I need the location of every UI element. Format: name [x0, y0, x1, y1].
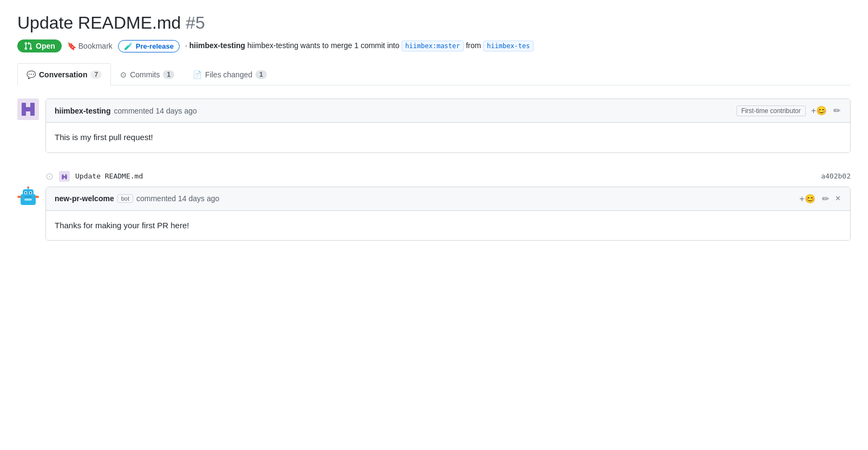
commit-hash: a402b02 — [821, 172, 851, 180]
tab-files-changed[interactable]: 📄 Files changed 1 — [183, 63, 276, 85]
comment-2-box: new-pr-welcome bot commented 14 days ago… — [45, 187, 851, 241]
commits-icon: ⊙ — [120, 70, 127, 79]
hiimbex-avatar — [17, 98, 39, 120]
comment-1-text: This is my first pull request! — [55, 131, 841, 144]
commit-dot-icon: ⊙ — [45, 170, 54, 182]
add-reaction-button-2[interactable]: +😊 — [798, 193, 816, 205]
comment-1-header-right: First-time contributor +😊 ✏ — [737, 104, 841, 117]
comment-1-block: hiimbex-testing commented 14 days ago Fi… — [17, 98, 851, 153]
robot-avatar-svg — [17, 187, 39, 208]
bookmark-icon: 🔖 — [67, 42, 76, 50]
comment-1-box: hiimbex-testing commented 14 days ago Fi… — [45, 98, 851, 153]
tab-commits[interactable]: ⊙ Commits 1 — [111, 63, 183, 85]
svg-rect-16 — [35, 196, 39, 198]
pr-desc: hiimbex-testing wants to merge 1 commit … — [247, 41, 399, 50]
from-text: from — [466, 41, 481, 50]
comment-1-body: This is my first pull request! — [46, 123, 850, 153]
bookmark-label: Bookmark — [78, 42, 113, 50]
open-badge: Open — [17, 39, 62, 52]
pr-title: Update README.md #5 — [17, 13, 851, 33]
comment-2-header-right: +😊 ✏ × — [798, 193, 841, 205]
svg-rect-11 — [30, 192, 31, 194]
svg-rect-5 — [62, 176, 67, 177]
comment-1-meta: commented 14 days ago — [114, 107, 196, 115]
comment-2-meta: commented 14 days ago — [136, 194, 219, 203]
bot-avatar — [17, 187, 39, 208]
comment-2-text: Thanks for making your first PR here! — [55, 220, 841, 232]
svg-rect-2 — [22, 107, 35, 111]
pr-number: #5 — [186, 13, 205, 32]
tab-commits-label: Commits — [130, 70, 160, 79]
files-changed-icon: 📄 — [193, 70, 202, 79]
svg-point-14 — [27, 187, 29, 188]
tabs-bar: 💬 Conversation 7 ⊙ Commits 1 📄 Files cha… — [17, 63, 851, 85]
commit-avatar-small — [59, 171, 70, 182]
edit-button-2[interactable]: ✏ — [821, 193, 830, 205]
tab-commits-count: 1 — [163, 70, 174, 79]
pr-author: hiimbex-testing — [189, 41, 245, 50]
edit-button-1[interactable]: ✏ — [832, 104, 841, 117]
comment-1-header-left: hiimbex-testing commented 14 days ago — [55, 107, 197, 115]
commit-message: Update README.md — [75, 172, 143, 180]
comment-2-author[interactable]: new-pr-welcome — [55, 194, 114, 203]
svg-rect-12 — [24, 198, 32, 201]
flask-icon: 🧪 — [124, 42, 133, 50]
tab-files-count: 1 — [255, 70, 267, 79]
comment-2-block: new-pr-welcome bot commented 14 days ago… — [17, 187, 851, 241]
pr-meta-bar: Open 🔖 Bookmark 🧪 Pre-release · hiimbex-… — [17, 39, 851, 52]
add-reaction-button-1[interactable]: +😊 — [810, 104, 828, 117]
open-badge-text: Open — [36, 42, 55, 50]
contributor-badge: First-time contributor — [737, 105, 806, 116]
source-branch[interactable]: hiimbex-tes — [483, 41, 534, 51]
tab-files-label: Files changed — [205, 70, 252, 79]
conversation-icon: 💬 — [27, 70, 36, 79]
open-icon — [24, 42, 32, 50]
bookmark-button[interactable]: 🔖 Bookmark — [67, 42, 113, 50]
comment-1-author[interactable]: hiimbex-testing — [55, 107, 110, 115]
svg-rect-17 — [24, 196, 32, 197]
comment-2-header-left: new-pr-welcome bot commented 14 days ago — [55, 194, 219, 203]
svg-rect-15 — [17, 196, 21, 198]
prerelease-label: Pre-release — [136, 42, 174, 50]
commit-avatar-svg — [61, 173, 68, 181]
tab-conversation[interactable]: 💬 Conversation 7 — [17, 63, 111, 85]
commit-line: ⊙ Update README.md a402b02 — [17, 166, 851, 187]
target-branch[interactable]: hiimbex:master — [402, 41, 464, 51]
pr-title-text: Update README.md — [17, 13, 181, 32]
comment-2-body: Thanks for making your first PR here! — [46, 211, 850, 241]
prerelease-badge: 🧪 Pre-release — [118, 40, 180, 52]
tab-conversation-count: 7 — [90, 70, 102, 79]
comment-1-header: hiimbex-testing commented 14 days ago Fi… — [46, 99, 850, 123]
tab-conversation-label: Conversation — [39, 70, 87, 79]
pr-description-text: · hiimbex-testing hiimbex-testing wants … — [185, 41, 534, 51]
close-button-2[interactable]: × — [834, 193, 841, 204]
bot-badge: bot — [117, 194, 133, 203]
comment-2-header: new-pr-welcome bot commented 14 days ago… — [46, 187, 850, 211]
svg-rect-10 — [25, 192, 27, 194]
hiimbex-avatar-svg — [19, 101, 37, 118]
timeline: hiimbex-testing commented 14 days ago Fi… — [17, 98, 851, 241]
